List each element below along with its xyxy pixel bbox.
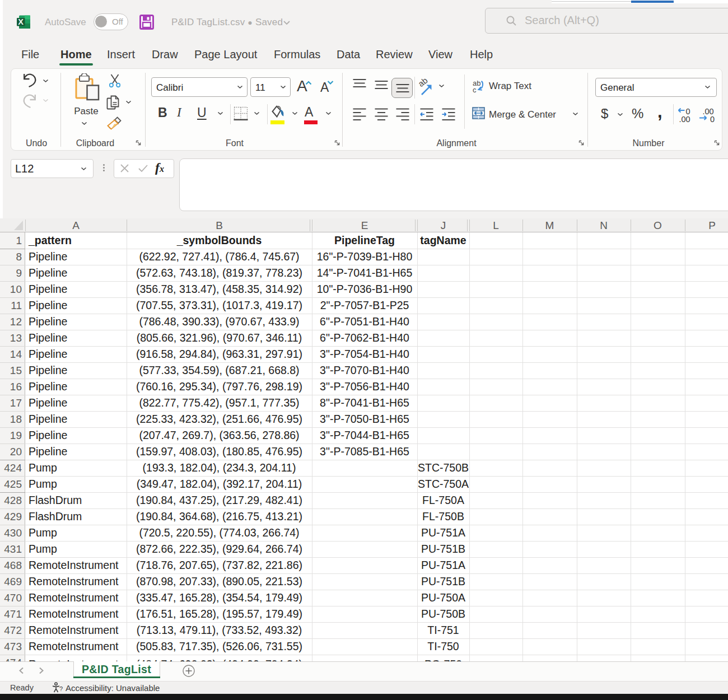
svg-text:?: ?: [59, 685, 63, 692]
svg-text:X: X: [18, 17, 24, 26]
svg-text:.00: .00: [679, 115, 690, 124]
svg-text:0: 0: [710, 115, 715, 124]
svg-text:ab: ab: [418, 77, 430, 88]
svg-text:c: c: [473, 86, 477, 94]
